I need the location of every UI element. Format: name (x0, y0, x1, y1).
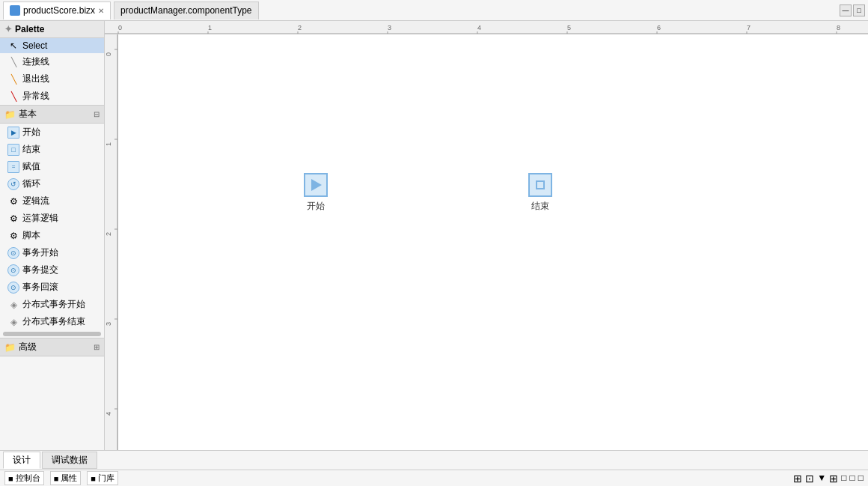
item-end[interactable]: □ 结束 (0, 141, 104, 158)
tool-select[interactable]: ↖ Select (0, 38, 104, 53)
item-txrollback-icon: ⊙ (7, 282, 19, 294)
item-txcommit-label: 事务提交 (22, 264, 58, 276)
item-end-icon: □ (7, 144, 19, 156)
section-basic-icon: 📁 (4, 109, 16, 120)
start-node-label: 开始 (307, 200, 325, 213)
console-icon: ■ (8, 474, 13, 483)
item-logic-label: 逻辑流 (22, 195, 49, 207)
item-logic[interactable]: ⚙ 逻辑流 (0, 192, 104, 210)
tab-design[interactable]: 设计 (3, 452, 40, 469)
end-node-label: 结束 (531, 200, 549, 213)
start-triangle (311, 179, 322, 191)
start-node-icon (304, 173, 328, 197)
properties-icon: ■ (54, 474, 59, 483)
tab-productmanager[interactable]: productManager.componentType (114, 1, 258, 19)
section-basic-header[interactable]: 📁 基本 ⊟ (0, 105, 104, 124)
item-start-icon: ▶ (7, 127, 19, 139)
exit-icon: ╲ (7, 74, 19, 85)
section-advanced-left: 📁 高级 (4, 341, 37, 353)
tool-exit-label: 退出线 (22, 73, 49, 85)
svg-text:8: 8 (837, 24, 840, 31)
status-properties[interactable]: ■ 属性 (50, 471, 82, 485)
item-logic-icon: ⚙ (7, 195, 19, 207)
item-script-label: 脚本 (22, 229, 40, 242)
ruler-horizontal: 0 1 2 3 4 5 6 7 (105, 21, 868, 34)
palette-title: Palette (15, 24, 44, 34)
item-start-label: 开始 (22, 126, 40, 139)
item-txstart-label: 事务开始 (22, 246, 58, 259)
tool-exception-label: 异常线 (22, 90, 49, 103)
status-icon-7[interactable]: □ (858, 473, 864, 485)
section-advanced-header[interactable]: 📁 高级 ⊞ (0, 338, 104, 356)
item-distend[interactable]: ◈ 分布式事务结束 (0, 313, 104, 330)
item-txrollback[interactable]: ⊙ 事务回滚 (0, 279, 104, 296)
item-script[interactable]: ⚙ 脚本 (0, 227, 104, 244)
svg-text:7: 7 (747, 24, 751, 31)
item-loop-icon: ↺ (7, 178, 19, 190)
item-diststart[interactable]: ◈ 分布式事务开始 (0, 296, 104, 313)
tab-debug-label: 调试数据 (52, 455, 88, 465)
svg-text:3: 3 (105, 322, 112, 326)
item-assign-label: 赋值 (22, 160, 40, 173)
tab-debug[interactable]: 调试数据 (42, 452, 97, 469)
tab-design-label: 设计 (13, 455, 31, 465)
section-basic-left: 📁 基本 (4, 108, 37, 121)
status-bar: ■ 控制台 ■ 属性 ■ 门库 ⊞ ⊡ ▼ ⊞ □ □ □ (0, 470, 868, 486)
outline-label: 门库 (98, 473, 114, 484)
tab-label-productmanager: productManager.componentType (120, 5, 251, 16)
bottom-tabs: 设计 调试数据 (0, 450, 868, 470)
ruler-v-svg: 0 1 2 3 4 (105, 34, 118, 450)
canvas-node-start[interactable]: 开始 (304, 173, 328, 213)
item-loop-label: 循环 (22, 177, 40, 190)
status-icon-3[interactable]: ▼ (817, 473, 826, 485)
item-start[interactable]: ▶ 开始 (0, 124, 104, 141)
status-icon-4[interactable]: ⊞ (829, 473, 838, 485)
status-icon-1[interactable]: ⊞ (793, 473, 802, 485)
console-label: 控制台 (16, 473, 40, 484)
ruler-vertical: 0 1 2 3 4 (105, 34, 118, 450)
tab-close-productscore[interactable]: ✕ (98, 7, 104, 15)
status-right-icons: ⊞ ⊡ ▼ ⊞ □ □ □ (793, 473, 864, 485)
main-container: ✦ Palette ↖ Select ╲ 连接线 ╲ 退出线 ╲ 异常线 (0, 21, 868, 486)
svg-text:1: 1 (105, 142, 112, 146)
tool-exit[interactable]: ╲ 退出线 (0, 70, 104, 88)
title-bar: productScore.bizx ✕ productManager.compo… (0, 0, 868, 21)
status-icon-5[interactable]: □ (841, 473, 846, 485)
sidebar-scrollbar[interactable] (3, 332, 101, 336)
svg-text:4: 4 (105, 412, 112, 416)
item-diststart-label: 分布式事务开始 (22, 298, 85, 311)
select-cursor-icon: ↖ (7, 40, 19, 51)
section-basic-collapse-icon: ⊟ (94, 110, 100, 118)
tool-connect[interactable]: ╲ 连接线 (0, 53, 104, 70)
status-icon-6[interactable]: □ (850, 473, 855, 485)
item-script-icon: ⚙ (7, 230, 19, 242)
svg-text:5: 5 (567, 24, 571, 31)
status-icon-2[interactable]: ⊡ (805, 473, 814, 485)
item-assign[interactable]: = 赋值 (0, 158, 104, 175)
maximize-button[interactable]: □ (853, 4, 865, 16)
tab-productscore[interactable]: productScore.bizx ✕ (3, 1, 111, 19)
sidebar-palette: ✦ Palette ↖ Select ╲ 连接线 ╲ 退出线 ╲ 异常线 (0, 21, 105, 450)
item-distend-label: 分布式事务结束 (22, 315, 85, 328)
tool-exception[interactable]: ╲ 异常线 (0, 88, 104, 105)
ruler-h-svg: 0 1 2 3 4 5 6 7 (105, 21, 868, 34)
item-loop[interactable]: ↺ 循环 (0, 175, 104, 192)
status-console[interactable]: ■ 控制台 (4, 471, 44, 485)
end-node-icon (528, 173, 552, 197)
minimize-button[interactable]: — (840, 4, 852, 16)
item-diststart-icon: ◈ (7, 299, 19, 311)
properties-label: 属性 (61, 473, 77, 484)
item-txstart[interactable]: ⊙ 事务开始 (0, 244, 104, 261)
svg-text:0: 0 (118, 24, 122, 31)
canvas-area[interactable]: 开始 结束 (118, 34, 868, 450)
item-txcommit[interactable]: ⊙ 事务提交 (0, 261, 104, 279)
status-outline[interactable]: ■ 门库 (87, 471, 118, 485)
item-txcommit-icon: ⊙ (7, 264, 19, 276)
svg-text:1: 1 (208, 24, 212, 31)
item-calclogic[interactable]: ⚙ 运算逻辑 (0, 210, 104, 227)
svg-text:2: 2 (298, 24, 302, 31)
canvas-wrapper: 0 1 2 3 4 5 6 7 (105, 21, 868, 450)
item-calclogic-icon: ⚙ (7, 213, 19, 225)
section-advanced-icon: 📁 (4, 342, 16, 353)
canvas-node-end[interactable]: 结束 (528, 173, 552, 213)
